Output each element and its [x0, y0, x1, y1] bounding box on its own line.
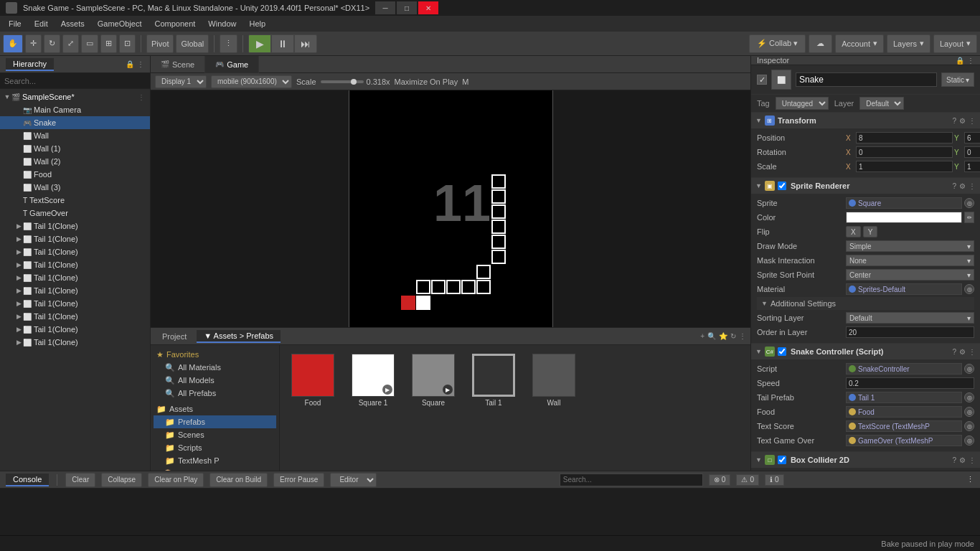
- maximize-button[interactable]: □: [397, 1, 417, 14]
- asset-play-btn[interactable]: ▶: [382, 385, 392, 395]
- pause-button[interactable]: ⏸: [271, 34, 294, 53]
- sr-settings-btn[interactable]: ⚙: [959, 182, 966, 190]
- bc-enable-checkbox[interactable]: [778, 456, 786, 464]
- list-item[interactable]: ⬜ Food: [0, 168, 150, 181]
- menu-help[interactable]: Help: [243, 18, 271, 29]
- drawmode-dropdown[interactable]: Simple ▾: [846, 240, 974, 252]
- layers-dropdown[interactable]: Layers ▾: [887, 34, 930, 53]
- menu-assets[interactable]: Assets: [55, 18, 90, 29]
- close-button[interactable]: ✕: [418, 1, 438, 14]
- tailprefab-picker-btn[interactable]: ◎: [964, 392, 974, 402]
- list-item[interactable]: Tail 1: [466, 351, 521, 410]
- list-item[interactable]: ▶ ⬜ Tail 1(Clone): [0, 245, 150, 258]
- flip-y-btn[interactable]: Y: [863, 226, 878, 237]
- list-item[interactable]: Wall: [527, 351, 581, 410]
- list-item[interactable]: 📁 Prefabs: [154, 415, 276, 428]
- menu-file[interactable]: File: [3, 18, 27, 29]
- pivot-button[interactable]: Pivot: [146, 34, 174, 53]
- layer-select[interactable]: Default: [859, 97, 904, 110]
- hierarchy-more-button[interactable]: ⋮: [137, 60, 144, 68]
- editor-dropdown[interactable]: Editor: [330, 473, 377, 487]
- list-item[interactable]: T TextScore: [0, 194, 150, 207]
- item-more-btn[interactable]: ⋮: [136, 91, 147, 103]
- console-more-btn[interactable]: ⋮: [966, 475, 974, 484]
- layout-dropdown[interactable]: Layout ▾: [933, 34, 977, 53]
- list-item[interactable]: 📁 Scripts: [154, 441, 276, 454]
- inspector-more-button[interactable]: ⋮: [967, 57, 974, 65]
- maskinteraction-dropdown[interactable]: None ▾: [846, 255, 974, 266]
- list-item[interactable]: 🎮 Snake: [0, 116, 150, 129]
- assets-star-icon[interactable]: ⭐: [719, 332, 727, 340]
- material-picker-btn[interactable]: ◎: [964, 284, 974, 294]
- account-dropdown[interactable]: Account ▾: [835, 34, 884, 53]
- bc-settings-btn[interactable]: ⚙: [959, 456, 966, 464]
- minimize-button[interactable]: ─: [375, 1, 395, 14]
- position-y[interactable]: [964, 132, 980, 143]
- static-dropdown[interactable]: Static ▾: [941, 72, 974, 87]
- list-item[interactable]: ▶ ⬜ Tail 1(Clone): [0, 258, 150, 271]
- textgameover-picker-btn[interactable]: ◎: [964, 435, 974, 446]
- sortinglayer-dropdown[interactable]: Default ▾: [846, 312, 974, 324]
- list-item[interactable]: 📁 Assets: [154, 402, 276, 415]
- list-item[interactable]: ▶ ⬜ Tail 1(Clone): [0, 220, 150, 232]
- sc-settings-btn[interactable]: ⚙: [959, 348, 966, 356]
- clear-button[interactable]: Clear: [65, 473, 95, 487]
- spritesortpoint-dropdown[interactable]: Center ▾: [846, 269, 974, 281]
- rect-tool-button[interactable]: ▭: [81, 34, 98, 53]
- scale-tool-button[interactable]: ⤢: [62, 34, 79, 53]
- position-x[interactable]: [856, 132, 953, 143]
- list-item[interactable]: ⬜ Wall (2): [0, 155, 150, 168]
- resolution-select[interactable]: mobile (900x1600): [211, 75, 292, 88]
- assets-refresh-icon[interactable]: ↻: [730, 332, 736, 340]
- flip-x-btn[interactable]: X: [846, 226, 861, 237]
- display-select[interactable]: Display 1: [155, 75, 207, 88]
- menu-window[interactable]: Window: [202, 18, 242, 29]
- rotate-tool-button[interactable]: ↻: [44, 34, 60, 53]
- sc-help-btn[interactable]: ?: [952, 348, 956, 356]
- rotation-x[interactable]: [856, 146, 953, 158]
- assets-search-icon[interactable]: 🔍: [707, 332, 716, 340]
- hierarchy-tab[interactable]: Hierarchy: [6, 58, 54, 71]
- tab-game[interactable]: 🎮 Game: [205, 56, 259, 73]
- list-item[interactable]: ★ Favorites: [154, 348, 276, 361]
- assets-more-button[interactable]: ⋮: [739, 332, 746, 340]
- custom-tool-button[interactable]: ⊡: [119, 34, 136, 53]
- clear-on-play-button[interactable]: Clear on Play: [148, 473, 204, 487]
- hierarchy-search-input[interactable]: [0, 73, 150, 89]
- assets-add-button[interactable]: +: [700, 332, 705, 340]
- list-item[interactable]: ▼ 🎬 SampleScene* ⋮: [0, 90, 150, 103]
- active-checkbox[interactable]: ✓: [757, 75, 767, 85]
- error-pause-button[interactable]: Error Pause: [273, 473, 324, 487]
- list-item[interactable]: 📷 Main Camera: [0, 103, 150, 116]
- list-item[interactable]: 📁 Scenes: [154, 428, 276, 441]
- clear-on-build-button[interactable]: Clear on Build: [209, 473, 268, 487]
- layout-icon-button[interactable]: ⋮: [220, 34, 237, 53]
- sr-more-btn[interactable]: ⋮: [969, 182, 976, 190]
- list-item[interactable]: 🔍 All Prefabs: [154, 387, 276, 400]
- list-item[interactable]: ⬜ Wall (1): [0, 142, 150, 155]
- box-collider-header[interactable]: ▼ □ Box Collider 2D ? ⚙ ⋮: [751, 452, 980, 468]
- sprite-picker-btn[interactable]: ◎: [964, 198, 974, 208]
- list-item[interactable]: Food: [286, 351, 340, 410]
- additional-settings-header[interactable]: ▼ Additional Settings: [757, 297, 974, 310]
- tab-project[interactable]: Project: [155, 331, 194, 342]
- color-picker[interactable]: [846, 212, 962, 223]
- list-item[interactable]: ▶ ⬜ Tail 1(Clone): [0, 232, 150, 245]
- list-item[interactable]: ▶ ⬜ Tail 1(Clone): [0, 336, 150, 349]
- list-item[interactable]: ▶ Square 1: [346, 351, 400, 410]
- move-tool-button[interactable]: ✛: [25, 34, 42, 53]
- list-item[interactable]: ▶ ⬜ Tail 1(Clone): [0, 297, 150, 310]
- menu-edit[interactable]: Edit: [29, 18, 54, 29]
- food-picker-btn[interactable]: ◎: [964, 407, 974, 417]
- asset-play-btn[interactable]: ▶: [443, 385, 453, 395]
- scale-x[interactable]: [856, 161, 953, 172]
- transform-more-btn[interactable]: ⋮: [969, 117, 976, 125]
- list-item[interactable]: ⬜ Wall (3): [0, 181, 150, 194]
- transform-tool-button[interactable]: ⊞: [100, 34, 117, 53]
- scale-slider[interactable]: [321, 80, 364, 83]
- list-item[interactable]: ▶ ⬜ Tail 1(Clone): [0, 271, 150, 284]
- menu-component[interactable]: Component: [149, 18, 201, 29]
- orderinlayer-field[interactable]: [846, 326, 974, 338]
- transform-help-btn[interactable]: ?: [952, 117, 956, 125]
- list-item[interactable]: 📁 TextMesh P: [154, 454, 276, 467]
